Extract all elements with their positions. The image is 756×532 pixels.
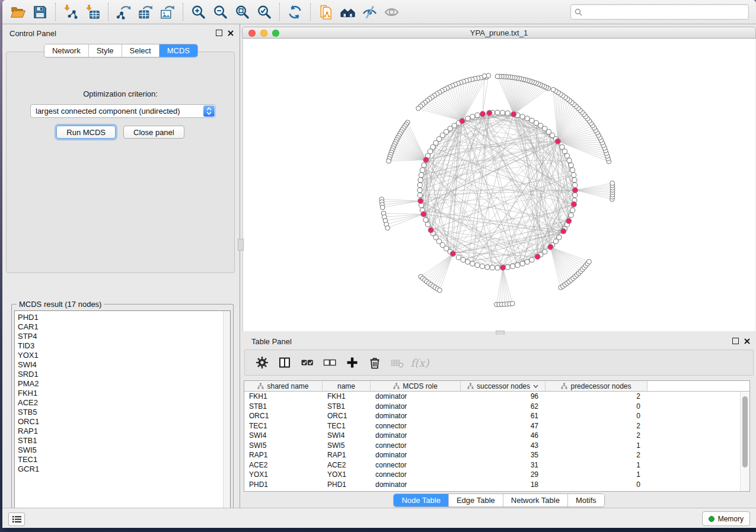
float-table-panel-icon[interactable] (732, 338, 739, 344)
export-image-icon[interactable] (157, 1, 178, 23)
network-from-document-icon[interactable] (315, 1, 337, 23)
deselect-all-icon[interactable] (318, 352, 341, 373)
table-cell: connector (371, 461, 461, 469)
close-panel-button[interactable]: Close panel (123, 126, 184, 139)
add-entry-icon[interactable] (341, 352, 363, 373)
table-cell: connector (371, 422, 461, 430)
network-canvas[interactable] (243, 39, 755, 331)
table-cell: 35 (461, 451, 546, 459)
table-cell: RAP1 (244, 451, 323, 459)
table-scrollbar-thumb[interactable] (742, 396, 748, 467)
mcds-result-node[interactable]: PMA2 (18, 379, 230, 389)
table-row[interactable]: STB1STB1dominator620 (244, 402, 741, 412)
table-cell: ACE2 (323, 461, 371, 469)
column-header-successor-nodes[interactable]: successor nodes (461, 381, 546, 391)
mcds-result-scrollbar[interactable] (223, 311, 230, 522)
mcds-result-node[interactable]: ORC1 (18, 417, 230, 427)
column-header-MCDS-role[interactable]: MCDS role (371, 381, 461, 391)
table-cell: 2 (546, 431, 647, 440)
vertical-split-handle[interactable] (238, 239, 244, 251)
close-table-panel-icon[interactable] (744, 338, 750, 344)
mcds-result-node[interactable]: GCR1 (18, 464, 230, 474)
table-row[interactable]: ACE2ACE2connector311 (244, 460, 741, 470)
import-table-icon[interactable] (82, 1, 104, 23)
show-columns-icon[interactable] (273, 352, 296, 373)
hide-selected-icon[interactable] (359, 1, 381, 23)
column-header-predecessor-nodes[interactable]: predecessor nodes (546, 381, 647, 391)
task-history-button[interactable] (8, 512, 25, 526)
tab-mcds[interactable]: MCDS (160, 44, 197, 57)
open-session-icon[interactable] (7, 1, 29, 23)
mcds-result-node[interactable]: SWI5 (18, 446, 230, 455)
mcds-result-node[interactable]: FKH1 (18, 389, 230, 398)
mcds-result-node[interactable]: STB5 (18, 408, 230, 417)
run-mcds-button[interactable]: Run MCDS (56, 126, 116, 139)
toolbar-separator (279, 3, 280, 21)
close-panel-icon[interactable] (228, 30, 234, 36)
mcds-result-node[interactable]: TEC1 (18, 455, 230, 464)
table-cell: 2 (546, 392, 647, 400)
import-network-icon[interactable] (60, 1, 82, 23)
table-cell: FKH1 (244, 392, 323, 400)
tab-edge-table[interactable]: Edge Table (449, 494, 503, 507)
table-row[interactable]: TEC1TEC1connector472 (244, 421, 741, 431)
task-list-icon (12, 515, 21, 523)
zoom-selected-icon[interactable] (253, 1, 275, 23)
table-row[interactable]: SWI4SWI4dominator462 (244, 431, 741, 441)
table-cell: dominator (371, 451, 461, 459)
mcds-result-node[interactable]: STB1 (18, 436, 230, 446)
save-session-icon[interactable] (29, 1, 51, 23)
tab-network-table[interactable]: Network Table (503, 494, 568, 507)
memory-status-icon (709, 516, 714, 522)
tab-select[interactable]: Select (122, 44, 160, 57)
table-options-icon[interactable] (251, 352, 273, 373)
memory-button[interactable]: Memory (702, 511, 750, 526)
zoom-fit-icon[interactable] (231, 1, 253, 23)
select-all-icon[interactable] (296, 352, 318, 373)
search-input[interactable] (585, 7, 745, 17)
zoom-out-icon[interactable] (209, 1, 231, 23)
export-network-icon[interactable] (113, 1, 135, 23)
zoom-in-icon[interactable] (187, 1, 209, 23)
tab-motifs[interactable]: Motifs (568, 494, 604, 507)
table-row[interactable]: RAP1RAP1dominator352 (244, 450, 741, 460)
mcds-panel: Optimization criterion: largest connecte… (6, 52, 235, 273)
first-neighbors-icon[interactable] (337, 1, 359, 23)
table-cell: 0 (546, 402, 647, 411)
column-header-name[interactable]: name (323, 381, 371, 391)
export-table-icon[interactable] (135, 1, 157, 23)
table-row[interactable]: PHD1PHD1dominator180 (244, 480, 741, 490)
tab-network[interactable]: Network (44, 44, 89, 57)
optimization-criterion-select[interactable]: largest connected component (undirected) (30, 104, 216, 118)
table-cell: SWI4 (244, 431, 323, 440)
refresh-icon[interactable] (284, 1, 306, 23)
control-panel-title: Control Panel (9, 29, 56, 38)
mcds-result-node[interactable]: STP4 (18, 332, 230, 341)
float-panel-icon[interactable] (216, 30, 222, 36)
table-scrollbar[interactable] (740, 392, 749, 491)
toolbar-separator (310, 3, 311, 21)
table-row[interactable]: YOX1YOX1connector291 (244, 470, 741, 480)
table-row[interactable]: ORC1ORC1dominator610 (244, 411, 741, 421)
search-box[interactable] (570, 4, 749, 20)
mcds-result-node[interactable]: CAR1 (18, 322, 230, 332)
mcds-result-node[interactable]: SRD1 (18, 370, 230, 379)
mcds-result-list[interactable]: PHD1CAR1STP4TID3YOX1SWI4SRD1PMA2FKH1ACE2… (14, 310, 231, 523)
table-cell: 1 (546, 441, 647, 450)
mcds-result-node[interactable]: RAP1 (18, 427, 230, 436)
mcds-result-node[interactable]: PHD1 (18, 313, 230, 322)
mcds-result-node[interactable]: ACE2 (18, 398, 230, 408)
delete-entry-icon[interactable] (363, 352, 386, 373)
column-header-shared-name[interactable]: shared name (244, 381, 323, 391)
table-row[interactable]: SWI5SWI5connector431 (244, 441, 741, 451)
mcds-result-node[interactable]: TID3 (18, 341, 230, 351)
dropdown-stepper-icon (203, 105, 215, 117)
tab-node-table[interactable]: Node Table (394, 494, 449, 507)
mcds-result-node[interactable]: SWI4 (18, 360, 230, 370)
table-cell: TEC1 (323, 422, 371, 430)
table-cell: 2 (546, 451, 647, 459)
table-cell: connector (371, 441, 461, 450)
mcds-result-node[interactable]: YOX1 (18, 351, 230, 360)
tab-style[interactable]: Style (89, 44, 122, 57)
table-row[interactable]: FKH1FKH1dominator962 (244, 392, 741, 402)
